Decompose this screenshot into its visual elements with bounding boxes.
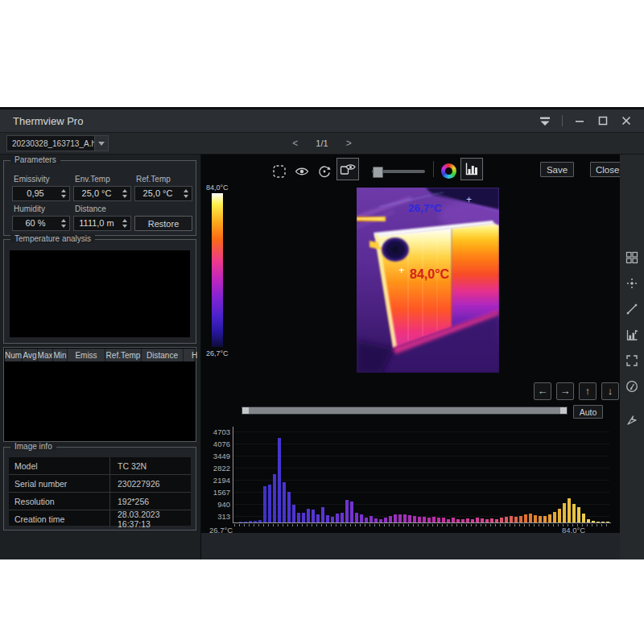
histogram-bar: [418, 517, 421, 522]
rotate-icon[interactable]: [317, 164, 332, 179]
emissivity-spinbox[interactable]: 0,95: [12, 186, 70, 201]
temperature-analysis-group: Temperature analysis: [3, 239, 196, 344]
histogram-tool-selected[interactable]: [460, 158, 483, 180]
auto-scale-button[interactable]: Auto: [573, 405, 603, 419]
histogram-bar: [432, 517, 436, 522]
histogram-bar: [355, 513, 358, 522]
histogram-bar: [408, 515, 411, 522]
pan-up-button[interactable]: ↑: [579, 382, 597, 400]
window-controls: [539, 114, 644, 127]
histogram-bar: [297, 513, 300, 522]
image-info-table: ModelTC 32NSerial number230227926Resolut…: [9, 457, 191, 526]
histogram-marker-icon[interactable]: [625, 328, 638, 341]
distance-label: Distance: [75, 204, 106, 213]
image-info-title: Image info: [10, 442, 56, 451]
prev-image-button[interactable]: <: [292, 138, 298, 149]
histogram-bar: [582, 514, 585, 522]
status-strip: [201, 533, 620, 559]
line-measure-icon[interactable]: [625, 303, 638, 316]
menu-dropdown-icon[interactable]: [539, 114, 551, 127]
visibility-eye-icon[interactable]: [295, 164, 309, 179]
cursor-select-icon[interactable]: [625, 414, 638, 427]
histogram-bar: [389, 516, 392, 522]
histogram-bar: [510, 516, 513, 522]
histogram-x-ticks: [234, 524, 609, 526]
histogram-bar: [321, 507, 324, 522]
grid-layout-icon[interactable]: [625, 251, 638, 264]
info-label: Creation time: [9, 514, 109, 524]
histogram-bar: [568, 498, 571, 522]
max-temp-cross-marker: +: [398, 264, 405, 276]
ref-temp-spinbox[interactable]: 25,0 °C: [134, 186, 192, 201]
analysis-column-max[interactable]: Max: [38, 349, 53, 361]
histogram-bar: [394, 514, 397, 522]
histogram-bar: [341, 513, 344, 522]
overlay-visible-tool-selected[interactable]: [336, 158, 359, 180]
info-label: Resolution: [9, 497, 109, 506]
analysis-column-ref.temp[interactable]: Ref.Temp: [105, 349, 142, 361]
histogram-bar: [278, 438, 281, 522]
close-button[interactable]: Close: [590, 162, 624, 177]
desktop: Thermview Pro 20230328_163713_A.hir < 1/…: [0, 0, 644, 644]
analysis-column-num[interactable]: Num: [5, 349, 23, 361]
histogram-y-tick: 3449: [201, 452, 230, 460]
analysis-column-distance[interactable]: Distance: [142, 349, 184, 361]
histogram-bar: [519, 516, 522, 522]
ref-temp-spinner[interactable]: [180, 187, 192, 200]
image-info-row: Creation time28.03.2023 16:37:13: [9, 510, 191, 527]
pan-left-button[interactable]: ←: [534, 382, 551, 400]
histogram-x-axis: [233, 522, 611, 523]
opacity-slider[interactable]: [372, 170, 425, 173]
emissivity-label: Emissivity: [14, 175, 49, 184]
next-image-button[interactable]: >: [346, 138, 352, 149]
analysis-column-min[interactable]: Min: [53, 349, 68, 361]
file-selector-dropdown[interactable]: 20230328_163713_A.hir: [6, 135, 109, 151]
emissivity-spinner[interactable]: [58, 187, 69, 200]
save-button[interactable]: Save: [540, 162, 574, 177]
distance-spinner[interactable]: [119, 217, 130, 230]
restore-button[interactable]: Restore: [134, 216, 192, 231]
humidity-label: Humidity: [14, 204, 45, 213]
minimize-icon[interactable]: [573, 114, 586, 127]
range-slider-handle-left[interactable]: [242, 407, 249, 414]
histogram-bar: [505, 517, 508, 522]
env-temp-spinbox[interactable]: 25,0 °C: [73, 186, 131, 201]
info-label: Model: [9, 461, 109, 471]
max-temp-annotation: 84,0°C: [410, 267, 449, 282]
analysis-table-body: [5, 361, 195, 440]
circle-cursor-icon[interactable]: [625, 380, 638, 393]
histogram-bar: [360, 514, 363, 522]
range-slider-handle-right[interactable]: [560, 407, 567, 414]
maximize-icon[interactable]: [597, 114, 609, 127]
close-icon[interactable]: [620, 114, 633, 127]
palette-color-wheel-icon[interactable]: [441, 163, 456, 179]
viewer-panel: Save Close 84,0°C 26,7°C: [201, 155, 644, 559]
file-toolbar: 20230328_163713_A.hir < 1/1 >: [0, 133, 644, 155]
histogram-bar: [423, 517, 426, 522]
opacity-slider-handle[interactable]: [373, 167, 383, 178]
left-panel: Parameters Emissivity Env.Temp Ref.Temp …: [0, 155, 201, 559]
histogram-plot: [234, 431, 609, 522]
env-temp-spinner[interactable]: [119, 187, 130, 200]
humidity-spinbox[interactable]: 60 %: [12, 216, 70, 231]
histogram-bar: [553, 512, 556, 522]
analysis-table: NumAvgMaxMinEmissRef.TempDistanceH: [3, 347, 196, 442]
temperature-range-slider[interactable]: [242, 407, 568, 415]
pan-down-button[interactable]: ↓: [601, 382, 619, 400]
min-temp-cross-marker: +: [466, 194, 472, 205]
select-area-icon[interactable]: [272, 164, 287, 179]
analysis-column-avg[interactable]: Avg: [23, 349, 38, 361]
histogram-bar: [336, 514, 339, 522]
analysis-tool-strip: [620, 155, 644, 559]
analysis-column-emiss[interactable]: Emiss: [68, 349, 105, 361]
humidity-spinner[interactable]: [58, 217, 69, 230]
region-select-icon[interactable]: [625, 354, 638, 367]
spot-point-icon[interactable]: [625, 277, 638, 290]
title-bar: Thermview Pro: [0, 109, 644, 133]
thermal-image-view[interactable]: 26,7°C + + 84,0°C: [357, 188, 499, 373]
dropdown-arrow-icon[interactable]: [94, 136, 108, 151]
pan-right-button[interactable]: →: [556, 382, 574, 400]
distance-spinbox[interactable]: 1111,0 m: [73, 216, 131, 231]
image-info-row: ModelTC 32N: [9, 457, 191, 475]
histogram-y-tick: 2822: [201, 464, 230, 473]
